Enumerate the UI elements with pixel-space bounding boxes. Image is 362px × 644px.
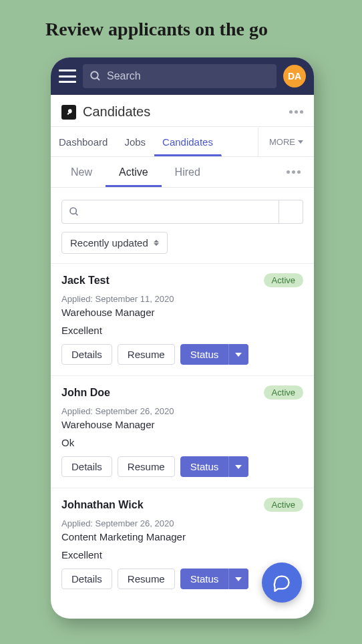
- resume-button[interactable]: Resume: [118, 569, 175, 589]
- chat-fab[interactable]: [262, 562, 302, 603]
- secondary-tabs: New Active Hired: [51, 157, 314, 188]
- candidate-card: Jack Test Active Applied: September 11, …: [51, 263, 314, 375]
- candidate-name: John Doe: [61, 387, 110, 399]
- position-label: Content Marketing Manager: [61, 531, 303, 542]
- applied-date: Applied: September 26, 2020: [61, 518, 303, 528]
- menu-icon[interactable]: [59, 69, 76, 83]
- subtab-active[interactable]: Active: [106, 157, 162, 187]
- status-button[interactable]: Status: [180, 569, 229, 589]
- tab-candidates[interactable]: Candidates: [154, 127, 222, 156]
- chevron-down-icon: [235, 577, 242, 581]
- more-icon[interactable]: [289, 110, 303, 114]
- rating-label: Excellent: [61, 325, 303, 336]
- topbar: DA: [51, 57, 314, 95]
- resume-button[interactable]: Resume: [118, 344, 175, 365]
- status-dropdown-button[interactable]: [228, 569, 248, 589]
- svg-line-1: [97, 77, 100, 80]
- list-search[interactable]: [61, 200, 279, 224]
- list-search-button[interactable]: [279, 200, 303, 224]
- candidate-name: Johnathan Wick: [61, 499, 144, 511]
- svg-point-2: [70, 208, 76, 214]
- page-header: Candidates: [51, 95, 314, 126]
- search-icon: [69, 206, 79, 217]
- subtabs-more-icon[interactable]: [287, 170, 301, 174]
- applied-date: Applied: September 11, 2020: [61, 294, 303, 304]
- resume-button[interactable]: Resume: [118, 456, 175, 477]
- rating-label: Ok: [61, 437, 303, 448]
- details-button[interactable]: Details: [61, 344, 112, 365]
- position-label: Warehouse Manager: [61, 419, 303, 430]
- status-dropdown-button[interactable]: [228, 344, 248, 365]
- subtab-new[interactable]: New: [57, 157, 106, 187]
- status-badge: Active: [264, 385, 303, 399]
- details-button[interactable]: Details: [61, 456, 112, 477]
- status-badge: Active: [264, 498, 303, 512]
- tab-jobs[interactable]: Jobs: [116, 127, 154, 156]
- global-search[interactable]: [83, 64, 277, 88]
- tab-dashboard[interactable]: Dashboard: [51, 127, 116, 156]
- status-badge: Active: [264, 273, 303, 287]
- rating-label: Excellent: [61, 549, 303, 560]
- list-toolbar: Recently updated: [51, 188, 314, 263]
- chevron-down-icon: [298, 140, 303, 144]
- sort-icon: [154, 240, 159, 246]
- chevron-down-icon: [235, 465, 242, 469]
- position-label: Warehouse Manager: [61, 307, 303, 318]
- candidate-name: Jack Test: [61, 275, 110, 287]
- sort-dropdown[interactable]: Recently updated: [61, 232, 168, 254]
- app-icon: [61, 105, 76, 120]
- hero-title: Review applicants on the go: [0, 0, 362, 40]
- tabs-more-button[interactable]: MORE: [258, 128, 314, 156]
- tabs-more-label: MORE: [269, 137, 295, 147]
- subtab-hired[interactable]: Hired: [162, 157, 214, 187]
- candidate-card: John Doe Active Applied: September 26, 2…: [51, 375, 314, 488]
- status-button[interactable]: Status: [180, 456, 229, 477]
- sort-label: Recently updated: [70, 237, 148, 249]
- status-button[interactable]: Status: [180, 344, 229, 365]
- avatar[interactable]: DA: [283, 65, 306, 88]
- global-search-input[interactable]: [107, 70, 270, 82]
- search-icon: [89, 70, 102, 82]
- chevron-down-icon: [235, 353, 242, 357]
- applied-date: Applied: September 26, 2020: [61, 406, 303, 416]
- page-title: Candidates: [83, 104, 150, 120]
- svg-line-3: [75, 213, 77, 215]
- status-dropdown-button[interactable]: [228, 456, 248, 477]
- primary-tabs: Dashboard Jobs Candidates MORE: [51, 126, 314, 157]
- list-search-input[interactable]: [79, 206, 272, 218]
- details-button[interactable]: Details: [61, 569, 112, 589]
- candidate-list: Jack Test Active Applied: September 11, …: [51, 263, 314, 600]
- phone-frame: DA Candidates Dashboard Jobs Candidates …: [51, 57, 314, 619]
- chat-icon: [273, 573, 291, 592]
- svg-point-0: [91, 71, 98, 79]
